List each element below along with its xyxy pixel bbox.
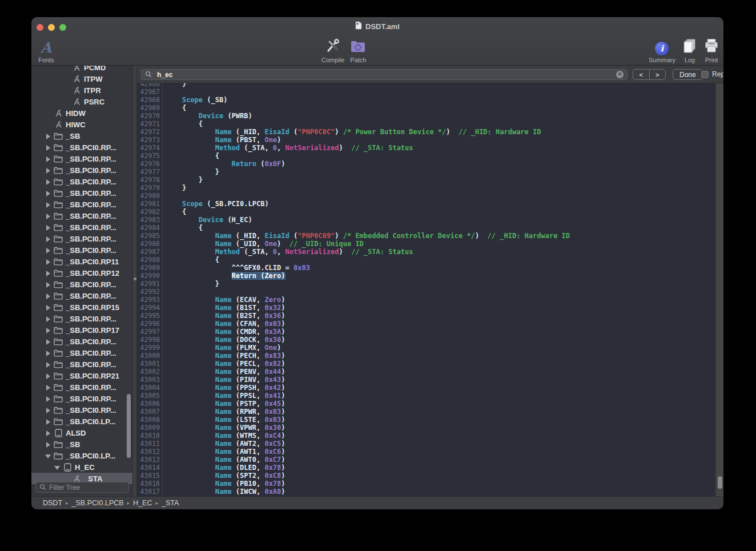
tree-item-_sb[interactable]: _SB <box>31 130 132 142</box>
disclosure-triangle-icon[interactable] <box>46 145 51 150</box>
disclosure-triangle-icon[interactable] <box>46 396 51 401</box>
search-input[interactable]: h_ec ✕ <box>141 69 628 80</box>
code-line[interactable]: 42980 <box>137 192 723 200</box>
tree-item-_sbpci0rp[interactable]: _SB.PCI0.RP... <box>31 244 132 256</box>
tree-item-_sbpci0rp[interactable]: _SB.PCI0.RP... <box>31 187 132 199</box>
code-line[interactable]: 42990 Return (Zero) <box>137 272 723 280</box>
disclosure-triangle-icon[interactable] <box>46 202 51 207</box>
disclosure-triangle-icon[interactable] <box>46 339 51 344</box>
code-line[interactable]: 43014 Name (DLED, 0x78) <box>137 464 723 472</box>
tree-item-_sbpci0rp[interactable]: _SB.PCI0.RP... <box>31 313 132 324</box>
code-line[interactable]: 43007 Name (RPWR, 0x03) <box>137 408 723 416</box>
code-line[interactable]: 42972 Name (_HID, EisaId ("PNP0C0C") /* … <box>137 128 723 136</box>
disclosure-triangle-icon[interactable] <box>46 225 51 230</box>
tree-item-_sbpci0rp21[interactable]: _SB.PCI0.RP21 <box>31 370 132 381</box>
disclosure-triangle-icon[interactable] <box>46 271 51 276</box>
print-button[interactable]: Print <box>704 36 719 63</box>
disclosure-triangle-icon[interactable] <box>46 214 51 219</box>
disclosure-triangle-icon[interactable] <box>46 373 51 379</box>
tree-item-_sbpci0rp11[interactable]: _SB.PCI0.RP11 <box>31 256 132 267</box>
code-line[interactable]: 43000 Name (PECH, 0x83) <box>137 352 723 360</box>
disclosure-triangle-icon[interactable] <box>46 328 51 333</box>
code-line[interactable]: 42976 Return (0x0F) <box>137 160 723 168</box>
disclosure-triangle-icon[interactable] <box>46 282 51 287</box>
tree-item-_sbpci0rp[interactable]: _SB.PCI0.RP... <box>31 176 132 187</box>
disclosure-triangle-icon[interactable] <box>46 248 51 253</box>
code-line[interactable]: 43011 Name (AWT2, 0xC5) <box>137 440 723 448</box>
tree-item-alsd[interactable]: ALSD <box>31 427 132 439</box>
tree-item-_sbpci0rp[interactable]: _SB.PCI0.RP... <box>31 336 132 347</box>
code-line[interactable]: 42984 { <box>137 224 723 232</box>
code-line[interactable]: 42991 } <box>137 280 723 288</box>
tree-item-_sbpci0rp[interactable]: _SB.PCI0.RP... <box>31 404 132 416</box>
disclosure-triangle-icon[interactable] <box>46 168 51 173</box>
tree-item-itpw[interactable]: ITPW <box>31 73 132 85</box>
sidebar-scrollbar-thumb[interactable] <box>127 394 131 458</box>
code-line[interactable]: 42974 Method (_STA, 0, NotSerialized) //… <box>137 144 723 152</box>
code-line[interactable]: 43004 Name (PPSH, 0x42) <box>137 384 723 392</box>
patch-button[interactable]: Patch <box>350 36 366 63</box>
code-line[interactable]: 42973 Name (PBST, One) <box>137 136 723 144</box>
code-line[interactable]: 42998 Name (DOCK, 0x30) <box>137 336 723 344</box>
code-line[interactable]: 43002 Name (PENV, 0x44) <box>137 368 723 376</box>
tree-item-_sbpci0rp[interactable]: _SB.PCI0.RP... <box>31 381 132 393</box>
editor-scrollbar-thumb[interactable] <box>718 476 722 489</box>
tree-item-_sbpci0rp[interactable]: _SB.PCI0.RP... <box>31 210 132 222</box>
code-line[interactable]: 43017 Name (IWCW, 0xA0) <box>137 488 723 496</box>
code-line[interactable]: 42970 Device (PWRB) <box>137 112 723 120</box>
filter-tree-input[interactable]: Filter Tree <box>35 482 129 493</box>
code-line[interactable]: 43015 Name (SPT2, 0xC8) <box>137 472 723 480</box>
code-line[interactable]: 43008 Name (LSTE, 0x03) <box>137 416 723 424</box>
tree-item-_sbpci0rp17[interactable]: _SB.PCI0.RP17 <box>31 324 132 336</box>
code-line[interactable]: 43010 Name (WTMS, 0xC4) <box>137 432 723 440</box>
code-line[interactable]: 42967 <box>137 88 723 96</box>
fonts-button[interactable]: A Fonts <box>38 36 54 63</box>
replace-checkbox[interactable] <box>701 71 709 78</box>
code-line[interactable]: 42994 Name (B1ST, 0x32) <box>137 304 723 312</box>
disclosure-triangle-icon[interactable] <box>46 408 51 413</box>
tree-item-_sbpci0rp15[interactable]: _SB.PCI0.RP15 <box>31 301 132 313</box>
disclosure-triangle-icon[interactable] <box>46 419 51 424</box>
disclosure-triangle-icon[interactable] <box>46 259 51 264</box>
tree-item-_sbpci0lp[interactable]: _SB.PCI0.LP... <box>31 450 132 461</box>
code-line[interactable]: 42975 { <box>137 152 723 160</box>
find-next-button[interactable]: > <box>650 70 666 79</box>
tree-item-_sbpci0rp[interactable]: _SB.PCI0.RP... <box>31 290 132 301</box>
code-line[interactable]: 42983 Device (H_EC) <box>137 216 723 224</box>
code-line[interactable]: 42969 { <box>137 104 723 112</box>
code-line[interactable]: 43012 Name (AWT1, 0xC6) <box>137 448 723 456</box>
code-line[interactable]: 42992 <box>137 288 723 296</box>
disclosure-triangle-icon[interactable] <box>46 453 51 459</box>
tree-item-_sb[interactable]: _SB <box>31 439 132 450</box>
divider-drag-handle[interactable] <box>134 277 136 280</box>
disclosure-triangle-icon[interactable] <box>46 191 51 196</box>
code-line[interactable]: 42977 } <box>137 168 723 176</box>
tree-item-_sbpci0rp[interactable]: _SB.PCI0.RP... <box>31 142 132 153</box>
code-line[interactable]: 42989 ^^^GFX0.CLID = 0x03 <box>137 264 723 272</box>
disclosure-triangle-icon[interactable] <box>46 305 51 310</box>
disclosure-triangle-icon[interactable] <box>46 134 51 139</box>
code-line[interactable]: 42986 Name (_UID, One) // _UID: Unique I… <box>137 240 723 248</box>
code-line[interactable]: 42971 { <box>137 120 723 128</box>
code-line[interactable]: 42999 Name (PLMX, One) <box>137 344 723 352</box>
code-line[interactable]: 43009 Name (VPWR, 0x30) <box>137 424 723 432</box>
code-line[interactable]: 42993 Name (ECAV, Zero) <box>137 296 723 304</box>
disclosure-triangle-icon[interactable] <box>46 293 51 299</box>
code-line[interactable]: 42982 { <box>137 208 723 216</box>
tree-item-_sbpci0lp[interactable]: _SB.PCI0.LP... <box>31 416 132 427</box>
done-button[interactable]: Done <box>673 69 703 80</box>
tree-item-_sbpci0rp[interactable]: _SB.PCI0.RP... <box>31 222 132 233</box>
find-previous-button[interactable]: < <box>633 70 650 79</box>
code-line[interactable]: 42995 Name (B2ST, 0x36) <box>137 312 723 320</box>
summary-button[interactable]: i Summary <box>649 36 675 63</box>
tree-item-_sbpci0rp12[interactable]: _SB.PCI0.RP12 <box>31 267 132 279</box>
tree-item-_sbpci0rp[interactable]: _SB.PCI0.RP... <box>31 347 132 359</box>
code-line[interactable]: 42968 Scope (_SB) <box>137 96 723 104</box>
code-line[interactable]: 43003 Name (PINV, 0x43) <box>137 376 723 384</box>
tree-item-_sbpci0rp[interactable]: _SB.PCI0.RP... <box>31 153 132 164</box>
code-line[interactable]: 42988 { <box>137 256 723 264</box>
disclosure-triangle-icon[interactable] <box>46 156 51 162</box>
code-line[interactable]: 43006 Name (PSTP, 0x45) <box>137 400 723 408</box>
disclosure-triangle-icon[interactable] <box>55 465 60 470</box>
disclosure-triangle-icon[interactable] <box>46 236 51 242</box>
